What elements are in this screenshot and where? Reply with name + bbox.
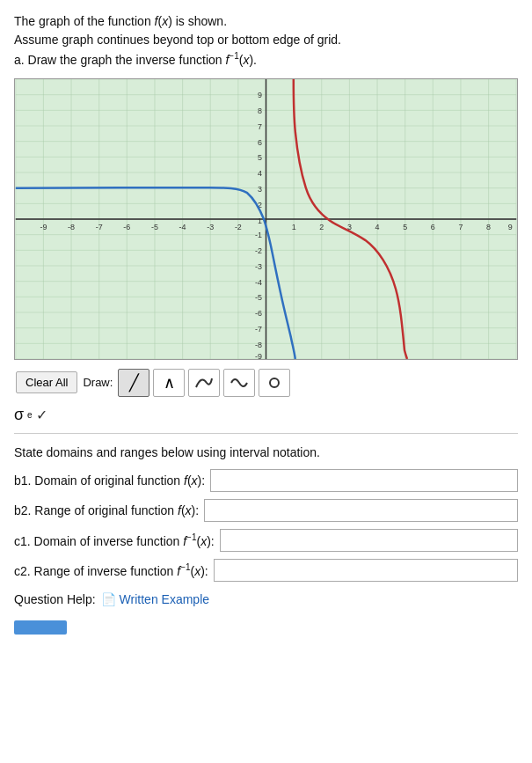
tool-dot-button[interactable] — [259, 369, 290, 397]
svg-text:6: 6 — [258, 137, 262, 146]
svg-text:3: 3 — [258, 185, 262, 194]
svg-text:-8: -8 — [255, 341, 262, 349]
submit-button[interactable] — [14, 620, 67, 635]
svg-text:4: 4 — [375, 223, 380, 231]
c1-label: c1. Domain of inverse function f−1(x): — [14, 532, 215, 548]
c1-input[interactable] — [220, 529, 518, 552]
svg-text:-6: -6 — [123, 223, 130, 231]
document-icon: 📄 — [101, 592, 116, 606]
b2-label: b2. Range of original function f(x): — [14, 503, 199, 517]
c2-input[interactable] — [214, 559, 518, 582]
svg-text:-4: -4 — [255, 277, 262, 286]
check-icon[interactable]: ✓ — [36, 407, 47, 423]
svg-text:-7: -7 — [255, 325, 262, 334]
svg-text:9: 9 — [258, 91, 262, 99]
svg-text:-2: -2 — [255, 246, 262, 254]
svg-text:1: 1 — [258, 216, 262, 225]
clear-all-button[interactable]: Clear All — [16, 371, 77, 393]
b1-row: b1. Domain of original function f(x): — [14, 469, 518, 492]
sigma-icon: σ — [14, 406, 24, 424]
question-help-label: Question Help: — [14, 592, 96, 606]
svg-text:-2: -2 — [235, 223, 242, 231]
svg-text:-4: -4 — [179, 223, 186, 231]
b2-row: b2. Range of original function f(x): — [14, 499, 518, 522]
tool-wave-button[interactable] — [223, 369, 255, 397]
sigma-superscript: e — [27, 410, 33, 420]
instructions: The graph of the function f(x) is shown.… — [14, 12, 518, 70]
written-example-text: Written Example — [120, 592, 209, 606]
svg-text:-5: -5 — [255, 293, 262, 302]
svg-text:1: 1 — [292, 223, 296, 231]
svg-text:4: 4 — [258, 169, 262, 178]
state-section: State domains and ranges below using int… — [14, 443, 518, 582]
graph-grid[interactable]: -2 -3 -4 -5 -6 -7 -8 -9 1 2 3 4 5 6 7 8 … — [14, 78, 518, 360]
svg-text:9: 9 — [508, 223, 513, 231]
c1-row: c1. Domain of inverse function f−1(x): — [14, 529, 518, 552]
svg-text:-9: -9 — [255, 352, 262, 359]
state-intro: State domains and ranges below using int… — [14, 443, 518, 462]
written-example-link[interactable]: 📄 Written Example — [101, 592, 209, 606]
draw-tools: ╱ ∧ — [118, 369, 290, 397]
question-help: Question Help: 📄 Written Example — [14, 592, 518, 606]
c2-row: c2. Range of inverse function f−1(x): — [14, 559, 518, 582]
instruction-line1: The graph of the function f(x) is shown. — [14, 14, 227, 28]
sigma-row: σ e ✓ — [14, 406, 518, 424]
tool-curve-button[interactable] — [188, 369, 220, 397]
tool-arch-button[interactable]: ∧ — [153, 369, 185, 397]
b1-input[interactable] — [210, 469, 518, 492]
svg-text:-6: -6 — [255, 309, 262, 318]
svg-text:7: 7 — [258, 121, 262, 130]
svg-text:-5: -5 — [151, 223, 158, 231]
svg-point-76 — [270, 378, 279, 387]
svg-text:6: 6 — [431, 223, 435, 231]
c2-label: c2. Range of inverse function f−1(x): — [14, 562, 208, 578]
divider — [14, 433, 518, 434]
svg-text:5: 5 — [258, 153, 262, 162]
svg-text:-3: -3 — [207, 223, 214, 231]
b2-input[interactable] — [204, 499, 518, 522]
instruction-line2: Assume graph continues beyond top or bot… — [14, 33, 341, 47]
svg-text:-8: -8 — [68, 223, 75, 231]
b1-label: b1. Domain of original function f(x): — [14, 473, 205, 488]
draw-label: Draw: — [83, 376, 113, 389]
svg-text:8: 8 — [258, 106, 262, 114]
svg-text:2: 2 — [319, 223, 324, 231]
tool-line-button[interactable]: ╱ — [118, 369, 149, 397]
svg-text:5: 5 — [403, 223, 407, 231]
svg-text:7: 7 — [458, 223, 463, 231]
svg-text:-1: -1 — [255, 231, 262, 239]
drawing-toolbar: Clear All Draw: ╱ ∧ — [14, 365, 518, 400]
svg-text:-9: -9 — [40, 223, 47, 231]
svg-text:-7: -7 — [96, 223, 103, 231]
svg-text:8: 8 — [486, 223, 491, 231]
instruction-line3: a. Draw the graph the inverse function f… — [14, 53, 257, 67]
svg-text:-3: -3 — [255, 261, 262, 270]
